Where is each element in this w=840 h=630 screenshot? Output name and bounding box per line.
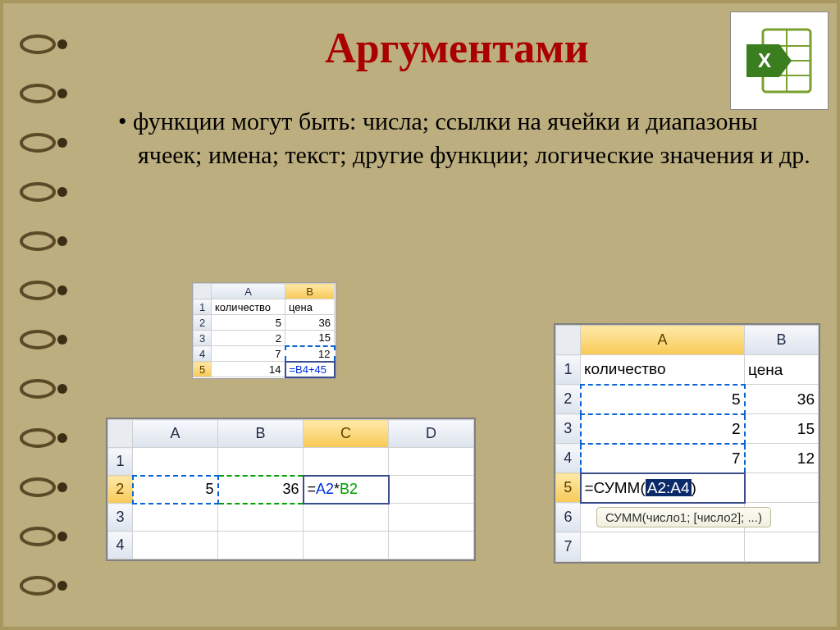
svg-point-0	[21, 36, 54, 52]
svg-point-1	[57, 39, 67, 49]
svg-point-3	[57, 89, 67, 98]
table-cell-formula: =A2*B2	[304, 476, 389, 504]
formula-range: A2:A4	[646, 479, 692, 496]
mini-sheet-multiply: A B C D 1 2 5 36 =A2*B2 3 4	[106, 418, 476, 561]
table-cell: 2	[212, 331, 285, 346]
svg-point-15	[57, 384, 67, 394]
svg-point-6	[21, 184, 54, 200]
excel-logo-icon: X	[730, 11, 829, 110]
svg-point-21	[57, 532, 67, 541]
col-header: D	[389, 420, 474, 448]
svg-point-23	[57, 581, 67, 591]
cell-header: количество	[581, 355, 745, 385]
table-cell-referenced: 12	[285, 346, 335, 362]
mini-sheet-reference: A B 1 количество цена 2 5 36 3 2 15 4 7	[192, 282, 336, 379]
svg-point-19	[57, 482, 67, 492]
function-tooltip: СУММ(число1; [число2]; ...)	[596, 507, 771, 527]
table-cell: 36	[745, 385, 819, 414]
cell-header: цена	[285, 299, 335, 315]
col-header: C	[304, 420, 389, 448]
svg-point-4	[21, 135, 54, 151]
svg-point-14	[21, 381, 54, 397]
cell-header: цена	[745, 355, 819, 385]
table-cell: 2	[581, 414, 745, 444]
slide-title: Аргументами	[85, 24, 829, 72]
svg-point-9	[57, 236, 67, 246]
col-header: A	[212, 284, 285, 299]
table-cell: 7	[212, 346, 285, 362]
svg-point-2	[21, 85, 54, 102]
table-cell: 7	[581, 444, 745, 473]
table-cell: 12	[745, 444, 819, 473]
col-header: B	[218, 420, 304, 448]
formula-text: =B4+45	[290, 363, 327, 376]
table-cell: 5	[212, 315, 285, 331]
table-cell: 36	[218, 476, 304, 504]
col-header: B	[285, 284, 335, 299]
svg-point-11	[57, 285, 67, 295]
table-cell: 15	[745, 414, 819, 444]
bullet-text: функции могут быть: числа; ссылки на яче…	[118, 105, 812, 171]
table-cell-formula: =СУММ(A2:A4)	[581, 473, 745, 503]
table-cell: 5	[581, 385, 745, 414]
svg-point-13	[57, 335, 67, 345]
formula-ref: B2	[340, 481, 358, 497]
col-header: A	[581, 326, 745, 355]
svg-point-20	[21, 528, 54, 545]
formula-ref: A2	[316, 481, 334, 497]
cell-header: количество	[212, 299, 285, 315]
mini-sheet-sum: A B 1 количество цена 2 5 36 3 2 15 4 7	[554, 323, 820, 564]
slide-content: X Аргументами функции могут быть: числа;…	[85, 11, 829, 619]
svg-point-8	[21, 233, 54, 249]
table-cell: 5	[133, 476, 218, 504]
svg-point-10	[21, 282, 54, 299]
spiral-binding	[20, 3, 77, 627]
svg-text:X: X	[758, 49, 771, 71]
col-header: A	[133, 420, 218, 448]
table-cell-formula: =B4+45	[285, 362, 335, 377]
svg-point-16	[21, 430, 54, 446]
svg-point-12	[21, 331, 54, 348]
svg-point-5	[57, 138, 67, 148]
table-cell: 15	[285, 331, 335, 346]
svg-point-17	[57, 433, 67, 443]
table-cell: 14	[212, 362, 285, 377]
table-cell: 36	[285, 315, 335, 331]
svg-point-22	[21, 578, 54, 594]
svg-point-7	[57, 187, 67, 197]
col-header: B	[745, 326, 819, 355]
svg-point-18	[21, 479, 54, 495]
